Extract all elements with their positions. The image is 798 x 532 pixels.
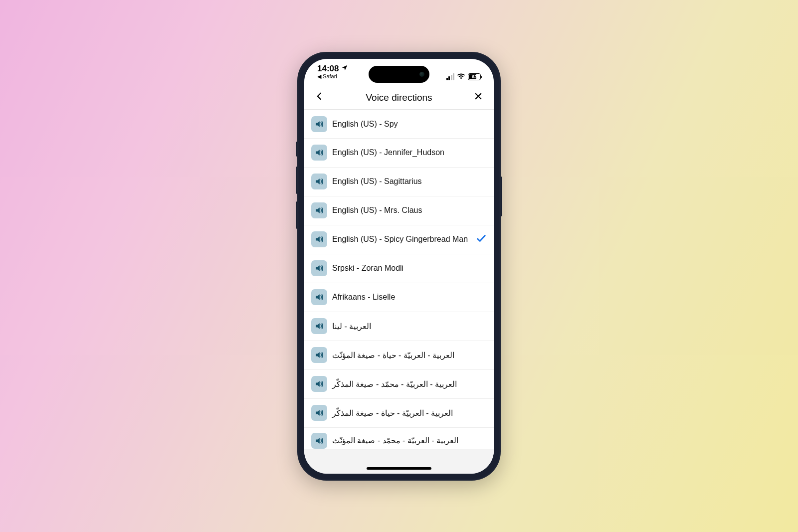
wifi-icon (457, 72, 465, 81)
voice-label: العربية - العربيّة - حياة - صيغة المؤنّث (332, 351, 487, 360)
speaker-icon[interactable] (311, 289, 327, 305)
voice-label: English (US) - Sagittarius (332, 177, 487, 186)
voice-row[interactable]: العربية - لينا (304, 312, 494, 341)
speaker-icon[interactable] (311, 260, 327, 276)
location-icon (341, 64, 348, 74)
voice-row[interactable]: العربية - العربيّة - حياة - صيغة المذكّر (304, 399, 494, 428)
voice-row[interactable]: English (US) - Spy (304, 110, 494, 139)
voice-label: العربية - العربيّة - محمّد - صيغة المذكّ… (332, 379, 487, 389)
voice-label: English (US) - Mrs. Claus (332, 206, 487, 215)
speaker-icon[interactable] (311, 405, 327, 421)
voice-label: العربية - العربيّة - حياة - صيغة المذكّر (332, 408, 487, 418)
voice-row[interactable]: Afrikaans - Liselle (304, 283, 494, 312)
voice-row[interactable]: English (US) - Jennifer_Hudson (304, 139, 494, 168)
speaker-icon[interactable] (311, 231, 327, 247)
speaker-icon[interactable] (311, 116, 327, 132)
voice-label: English (US) - Spicy Gingerbread Man (332, 235, 471, 244)
status-time: 14:08 (317, 64, 339, 74)
back-to-app[interactable]: ◀ Safari (317, 73, 337, 80)
voice-row[interactable]: English (US) - Spicy Gingerbread Man (304, 225, 494, 254)
battery-icon: 62 (468, 73, 481, 80)
voice-row[interactable]: العربية - العربيّة - محمّد - صيغة المؤنّ… (304, 428, 494, 449)
speaker-icon[interactable] (311, 174, 327, 189)
speaker-icon[interactable] (311, 318, 327, 334)
speaker-icon[interactable] (311, 202, 327, 218)
selected-check-icon (476, 233, 487, 246)
voice-label: English (US) - Spy (332, 120, 487, 129)
dynamic-island (369, 66, 429, 83)
back-button[interactable] (313, 91, 326, 104)
voice-row[interactable]: English (US) - Mrs. Claus (304, 196, 494, 225)
voice-label: Afrikaans - Liselle (332, 293, 487, 302)
nav-header: Voice directions (304, 87, 494, 110)
speaker-icon[interactable] (311, 376, 327, 392)
speaker-icon[interactable] (311, 347, 327, 363)
voice-list[interactable]: English (US) - SpyEnglish (US) - Jennife… (304, 110, 494, 474)
voice-row[interactable]: Srpski - Zoran Modli (304, 254, 494, 283)
voice-row[interactable]: العربية - العربيّة - محمّد - صيغة المذكّ… (304, 370, 494, 399)
speaker-icon[interactable] (311, 433, 327, 449)
voice-label: العربية - العربيّة - محمّد - صيغة المؤنّ… (332, 436, 487, 445)
screen: 14:08 ◀ Safari 62 (304, 59, 494, 474)
home-indicator[interactable] (367, 467, 431, 470)
battery-percent: 62 (472, 74, 477, 79)
speaker-icon[interactable] (311, 145, 327, 161)
page-title: Voice directions (366, 92, 432, 103)
voice-label: English (US) - Jennifer_Hudson (332, 148, 487, 157)
voice-row[interactable]: العربية - العربيّة - حياة - صيغة المؤنّث (304, 341, 494, 370)
phone-frame: 14:08 ◀ Safari 62 (297, 52, 501, 481)
voice-row[interactable]: English (US) - Sagittarius (304, 168, 494, 196)
cellular-icon (446, 73, 455, 80)
close-button[interactable] (472, 91, 485, 104)
voice-label: Srpski - Zoran Modli (332, 264, 487, 273)
voice-label: العربية - لينا (332, 322, 487, 331)
